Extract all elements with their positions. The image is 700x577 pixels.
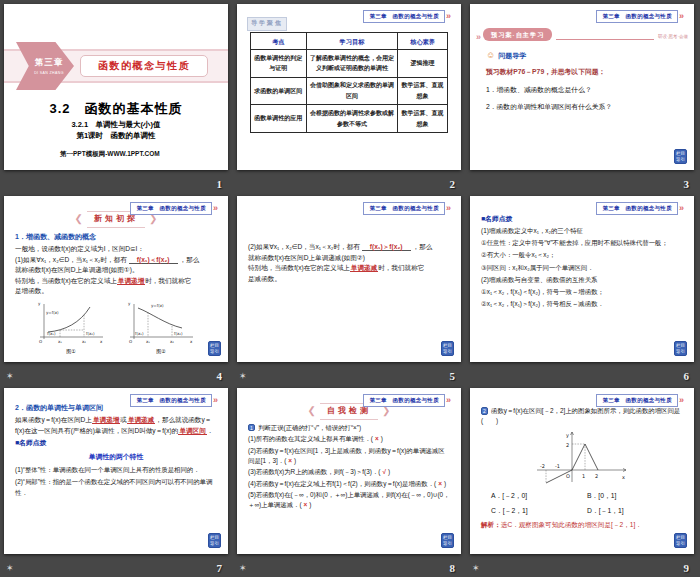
- slide-thumbnail-7[interactable]: 第三章 函数的概念与性质 » 2．函数的单调性与单调区间 如果函数y＝f(x)在…: [0, 384, 233, 576]
- slide-4-canvas[interactable]: 第三章 函数的概念与性质 » ❮ 新知初探 ❯ 1．增函数、减函数的概念 一般地…: [4, 196, 228, 362]
- slide-thumbnail-2[interactable]: 第三章 函数的概念与性质 » 导学聚焦 考点 学习目标 核心素养 函数单调性的判…: [233, 0, 466, 192]
- slide-8-canvas[interactable]: 第三章 函数的概念与性质 » ❮ 自我检测 ❯ 1判断正误(正确的打“√”，错误…: [237, 388, 461, 554]
- animation-star-icon: ✶: [239, 371, 247, 381]
- value-label: f(x₂): [174, 331, 183, 336]
- badge-left-ornament-icon: ❮: [308, 403, 316, 419]
- table-row: 求函数的单调区间 会借助图象和定义求函数的单调区间 数学运算、直观想象: [251, 77, 448, 105]
- slide-thumbnail-5[interactable]: 第三章 函数的概念与性质 » (2)如果∀x₁，x₂∈D，当x₁＜x₂时，都有f…: [233, 192, 466, 384]
- origin-label: O: [566, 473, 570, 479]
- chapter-header: 第三章 函数的概念与性质 »: [596, 202, 684, 215]
- chapter-header-text: 第三章 函数的概念与性质: [363, 394, 445, 407]
- slide-5-canvas[interactable]: 第三章 函数的概念与性质 » (2)如果∀x₁，x₂∈D，当x₁＜x₂时，都有f…: [237, 196, 461, 362]
- slide-3-canvas[interactable]: 第三章 函数的概念与性质 » » 预习案·自主学习 研读·思考·会做 ☺ 问题导…: [470, 4, 694, 170]
- nav-return-badge[interactable]: 栏目导引: [674, 341, 687, 356]
- value-label: f(x₁): [47, 331, 56, 336]
- table-cell: 求函数的单调区间: [251, 77, 307, 105]
- text-segment: (2)若函数y＝f(x)在区间[1，3]上是减函数，则函数y＝f(x)的单调递减…: [248, 447, 445, 464]
- chevron-right-icon: »: [213, 397, 218, 403]
- slide-thumbnail-9[interactable]: 第三章 函数的概念与性质 » 2函数y＝f(x)在区间[－2，2]上的图象如图所…: [466, 384, 700, 576]
- tip-line: (2)“局部”性：指的是一个函数在定义域的不同区间内可以有不同的单调性．: [15, 477, 217, 498]
- chapter-header-text: 第三章 函数的概念与性质: [596, 202, 678, 215]
- slide-thumbnail-8[interactable]: 第三章 函数的概念与性质 » ❮ 自我检测 ❯ 1判断正误(正确的打“√”，错误…: [233, 384, 466, 576]
- slide-6-canvas[interactable]: 第三章 函数的概念与性质 » ■名师点拨 (1)增减函数定义中x₁，x₂的三个特…: [470, 196, 694, 362]
- definition-paragraph: 如果函数y＝f(x)在区间D上单调递增或单调递减，那么就说函数y＝f(x)在这一…: [15, 415, 217, 436]
- nav-return-badge[interactable]: 栏目导引: [441, 341, 454, 356]
- tip-line: ①x₁＜x₂，f(x₁)＜f(x₂)，符号一致⇔增函数；: [481, 287, 683, 297]
- chapter-header: 第三章 函数的概念与性质 »: [363, 202, 451, 215]
- nav-return-badge[interactable]: 栏目导引: [441, 533, 454, 548]
- animation-star-icon: ✶: [239, 563, 247, 573]
- curve-label: y=f(x): [46, 310, 59, 315]
- slide-number: 8: [450, 562, 456, 574]
- chapter-header: 第三章 函数的概念与性质 »: [130, 202, 218, 215]
- slide-thumbnail-3[interactable]: 第三章 函数的概念与性质 » » 预习案·自主学习 研读·思考·会做 ☺ 问题导…: [466, 0, 700, 192]
- slide-number: 7: [217, 562, 223, 574]
- quiz-item: (4)若函数y＝f(x)在定义域上有f(1)＜f(2)，则函数y＝f(x)是增函…: [248, 479, 450, 489]
- origin-label: O: [129, 339, 132, 344]
- highlighted-term: 单调递减: [127, 416, 155, 424]
- text-segment: ): [388, 468, 390, 475]
- definition-line: 特别地，当函数f(x)在它的定义域上单调递增时，我们就称它: [15, 276, 217, 287]
- analysis-label: 解析：: [481, 521, 501, 528]
- tick-label: x₂: [82, 339, 86, 344]
- lead-heading: ☺ 问题导学: [486, 48, 526, 62]
- slide-9-canvas[interactable]: 第三章 函数的概念与性质 » 2函数y＝f(x)在区间[－2，2]上的图象如图所…: [470, 388, 694, 554]
- question-number-icon: 2: [481, 407, 488, 415]
- table-cell: 数学运算、直观想象: [398, 77, 448, 105]
- question-stem: 2函数y＝f(x)在区间[－2，2]上的图象如图所示，则此函数的增区间是( ): [481, 406, 683, 427]
- highlighted-term: 单调递增: [92, 416, 120, 424]
- text-segment: 或: [120, 416, 127, 423]
- answer-options: A．[－2，0] B．[0，1] C．[－2，1] D．[－1，1]: [491, 491, 683, 517]
- definition-line: 就称函数f(x)在区间D上单调递增(如图①)。: [15, 265, 217, 276]
- chapter-header-text: 第三章 函数的概念与性质: [130, 202, 212, 215]
- axis-label: y: [128, 301, 131, 306]
- slide-thumbnail-1[interactable]: 第三章 DI SAN ZHANG 函数的概念与性质 3.2 函数的基本性质 3.…: [0, 0, 233, 192]
- nav-return-badge[interactable]: 栏目导引: [208, 533, 221, 548]
- chevron-right-icon: »: [679, 205, 684, 211]
- learning-goals-table: 考点 学习目标 核心素养 函数单调性的判定与证明 了解函数单调性的概念，会用定义…: [250, 32, 448, 133]
- table-cell: 了解函数单调性的概念，会用定义判断或证明函数的单调性: [306, 50, 398, 78]
- animation-star-icon: ✶: [472, 563, 480, 573]
- slide-thumbnail-6[interactable]: 第三章 函数的概念与性质 » ■名师点拨 (1)增减函数定义中x₁，x₂的三个特…: [466, 192, 700, 384]
- tick-label: x₁: [146, 339, 150, 344]
- nav-return-badge[interactable]: 栏目导引: [674, 149, 687, 164]
- chevron-right-icon: »: [679, 13, 684, 19]
- definition-line: 是增函数。: [15, 286, 217, 297]
- axis-label: x: [622, 474, 625, 480]
- lesson-title: 3.2 函数的基本性质: [4, 99, 228, 120]
- value-label: f(x₂): [86, 331, 95, 336]
- definition-paragraph: 一般地，设函数f(x)的定义域为I，区间D⊆I： (1)如果∀x₁，x₂∈D，当…: [15, 244, 217, 297]
- chevron-right-icon: »: [446, 397, 451, 403]
- text-segment: ): [294, 457, 296, 464]
- tip-line: ②有大小：一般令x₁＜x₂；: [481, 250, 683, 260]
- definition-line: (2)如果∀x₁，x₂∈D，当x₁＜x₂时，都有f(x₁)＞f(x₂)，那么: [248, 242, 450, 253]
- slide-thumbnail-4[interactable]: 第三章 函数的概念与性质 » ❮ 新知初探 ❯ 1．增函数、减函数的概念 一般地…: [0, 192, 233, 384]
- origin-label: O: [39, 339, 42, 344]
- chevron-right-icon: »: [446, 13, 451, 19]
- tip-line: (1)“整体”性：单调函数在同一个单调区间上具有的性质是相同的．: [15, 465, 217, 475]
- axis-label: x: [100, 339, 103, 344]
- piecewise-function-graph: y 2 O 1 2 x -1 -2: [530, 428, 634, 488]
- nav-return-badge[interactable]: 栏目导引: [674, 533, 687, 548]
- tick-label: 2: [566, 442, 569, 448]
- axis-label: y: [38, 301, 41, 306]
- teacher-tip-heading: ■名师点拨: [481, 214, 683, 225]
- slide-2-canvas[interactable]: 第三章 函数的概念与性质 » 导学聚焦 考点 学习目标 核心素养 函数单调性的判…: [237, 4, 461, 170]
- text-segment: (1)所有的函数在其定义域上都具有单调性．(: [248, 435, 373, 442]
- nav-return-badge[interactable]: 栏目导引: [208, 341, 221, 356]
- chapter-header-text: 第三章 函数的概念与性质: [596, 10, 678, 23]
- quiz-instruction: 1判断正误(正确的打“√”，错误的打“×”): [248, 423, 450, 433]
- text-segment: 时，我们就称它: [378, 264, 424, 271]
- text-segment: (4)若函数y＝f(x)在定义域上有f(1)＜f(2)，则函数y＝f(x)是增函…: [248, 480, 436, 487]
- tip-line: (2)增减函数与自变量、函数值的互推关系: [481, 275, 683, 285]
- slide-7-canvas[interactable]: 第三章 函数的概念与性质 » 2．函数的单调性与单调区间 如果函数y＝f(x)在…: [4, 388, 228, 554]
- section-tag: 导学聚焦: [247, 17, 287, 31]
- slide-number: 2: [450, 178, 456, 190]
- quiz-item: (1)所有的函数在其定义域上都具有单调性．(×): [248, 434, 450, 444]
- figure-row: y y=f(x) f(x₁) f(x₂) O x₁ x₂ x 图①: [15, 299, 217, 356]
- slide-number: 1: [217, 178, 223, 190]
- chapter-badge-text: 第三章: [35, 56, 64, 70]
- answer-mark: ×: [373, 435, 381, 442]
- slide-1-canvas[interactable]: 第三章 DI SAN ZHANG 函数的概念与性质 3.2 函数的基本性质 3.…: [4, 4, 228, 170]
- chapter-header: 第三章 函数的概念与性质 »: [596, 394, 684, 407]
